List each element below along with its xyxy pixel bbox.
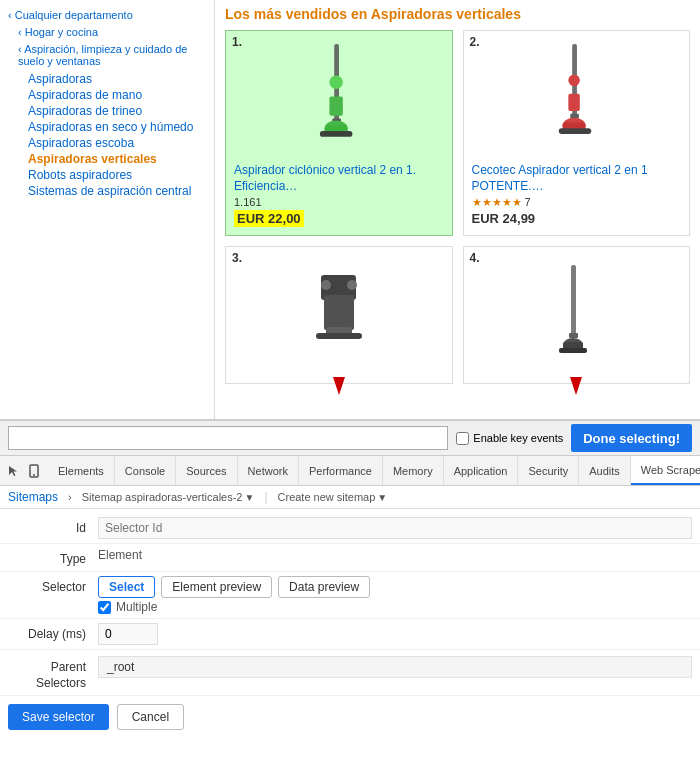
ws-delay-input[interactable] bbox=[98, 623, 158, 645]
product-card-1[interactable]: 1. Aspirador ciclónico vertical 2 en 1. … bbox=[225, 30, 453, 236]
selector-bar: Enable key events Done selecting! bbox=[0, 420, 700, 456]
enable-key-events-checkbox[interactable] bbox=[456, 432, 469, 445]
tab-memory[interactable]: Memory bbox=[383, 456, 444, 485]
ws-multiple-row: Multiple bbox=[98, 600, 692, 614]
svg-point-12 bbox=[569, 75, 580, 86]
product-reviews-2: ★★★★★ 7 bbox=[472, 196, 682, 209]
done-selecting-button[interactable]: Done selecting! bbox=[571, 424, 692, 452]
sidebar-item-trineo[interactable]: Aspiradoras de trineo bbox=[8, 103, 206, 119]
tab-security[interactable]: Security bbox=[518, 456, 579, 485]
svg-rect-11 bbox=[559, 128, 592, 134]
sidebar-item-mano[interactable]: Aspiradoras de mano bbox=[8, 87, 206, 103]
product-number-1: 1. bbox=[232, 35, 242, 49]
tab-audits[interactable]: Audits bbox=[579, 456, 631, 485]
sidebar-item-verticales[interactable]: Aspiradoras verticales bbox=[8, 151, 206, 167]
ws-select-button[interactable]: Select bbox=[98, 576, 155, 598]
svg-point-28 bbox=[33, 474, 35, 476]
ws-save-selector-button[interactable]: Save selector bbox=[8, 704, 109, 730]
tab-sources[interactable]: Sources bbox=[176, 456, 237, 485]
cursor-icon[interactable] bbox=[6, 463, 22, 479]
product-area: Los más vendidos en Aspiradoras vertical… bbox=[215, 0, 700, 419]
ws-form-row-parent: ParentSelectors _root bbox=[0, 650, 700, 696]
svg-point-18 bbox=[321, 280, 331, 290]
sidebar-item-aspiradoras[interactable]: Aspiradoras bbox=[8, 71, 206, 87]
product-image-1 bbox=[234, 39, 444, 159]
product-price-2: EUR 24,99 bbox=[472, 211, 682, 226]
breadcrumb-home[interactable]: Hogar y cocina bbox=[8, 25, 206, 39]
selector-input[interactable] bbox=[8, 426, 448, 450]
svg-rect-15 bbox=[324, 295, 354, 330]
ws-type-label: Type bbox=[8, 548, 98, 566]
enable-key-events-label: Enable key events bbox=[456, 432, 563, 445]
ws-sitemaps-link[interactable]: Sitemaps bbox=[8, 490, 58, 504]
product-number-4: 4. bbox=[470, 251, 480, 265]
product-card-2[interactable]: 2. Cecotec Aspirador vertical 2 en 1 POT… bbox=[463, 30, 691, 236]
svg-marker-26 bbox=[570, 377, 582, 395]
product-reviews-1: 1.161 bbox=[234, 196, 444, 208]
product-image-4 bbox=[472, 255, 682, 375]
ws-action-buttons: Save selector Cancel bbox=[0, 696, 700, 738]
devtools-tabs: Elements Console Sources Network Perform… bbox=[0, 456, 700, 486]
ws-form-row-selector: Selector Select Element preview Data pre… bbox=[0, 572, 700, 619]
sidebar-item-escoba[interactable]: Aspiradoras escoba bbox=[8, 135, 206, 151]
ws-delay-label: Delay (ms) bbox=[8, 623, 98, 641]
sidebar-item-seco[interactable]: Aspiradoras en seco y húmedo bbox=[8, 119, 206, 135]
ws-parent-label: ParentSelectors bbox=[8, 656, 98, 691]
svg-marker-20 bbox=[333, 377, 345, 395]
ws-sitemap-dropdown[interactable]: Sitemap aspiradoras-verticales-2 ▼ bbox=[82, 491, 255, 503]
svg-rect-25 bbox=[559, 348, 587, 353]
ws-cancel-button[interactable]: Cancel bbox=[117, 704, 184, 730]
ws-form-row-id: Id bbox=[0, 513, 700, 544]
product-name-1[interactable]: Aspirador ciclónico vertical 2 en 1. Efi… bbox=[234, 163, 444, 194]
ws-selector-label: Selector bbox=[8, 576, 98, 594]
ws-form-row-type: Type Element bbox=[0, 544, 700, 572]
product-stars-2: ★★★★★ bbox=[472, 196, 522, 208]
svg-rect-4 bbox=[320, 131, 353, 137]
product-image-2 bbox=[472, 39, 682, 159]
product-grid: 1. Aspirador ciclónico vertical 2 en 1. … bbox=[225, 30, 690, 384]
product-card-4[interactable]: 4. bbox=[463, 246, 691, 384]
product-number-3: 3. bbox=[232, 251, 242, 265]
product-image-3 bbox=[234, 255, 444, 375]
ws-multiple-checkbox[interactable] bbox=[98, 601, 111, 614]
ws-multiple-label: Multiple bbox=[116, 600, 157, 614]
svg-rect-17 bbox=[316, 333, 362, 339]
ws-selector-buttons: Select Element preview Data preview bbox=[98, 576, 692, 598]
ws-form-row-delay: Delay (ms) bbox=[0, 619, 700, 650]
devtools-icons bbox=[0, 456, 48, 485]
tab-elements[interactable]: Elements bbox=[48, 456, 115, 485]
svg-point-5 bbox=[329, 76, 342, 89]
webscraper-panel: Sitemaps › Sitemap aspiradoras-verticale… bbox=[0, 486, 700, 770]
tab-console[interactable]: Console bbox=[115, 456, 176, 485]
breadcrumb-dept[interactable]: Cualquier departamento bbox=[8, 8, 206, 22]
phone-icon[interactable] bbox=[26, 463, 42, 479]
tab-network[interactable]: Network bbox=[238, 456, 299, 485]
ws-type-value: Element bbox=[98, 548, 692, 562]
product-number-2: 2. bbox=[470, 35, 480, 49]
ws-id-input[interactable] bbox=[98, 517, 692, 539]
breadcrumb-aspiracion[interactable]: Aspiración, limpieza y cuidado de suelo … bbox=[8, 42, 206, 68]
product-name-2[interactable]: Cecotec Aspirador vertical 2 en 1 POTENT… bbox=[472, 163, 682, 194]
sidebar-item-central[interactable]: Sistemas de aspiración central bbox=[8, 183, 206, 199]
page-title: Los más vendidos en Aspiradoras vertical… bbox=[225, 6, 690, 22]
ws-parent-value: _root bbox=[98, 656, 692, 678]
svg-rect-21 bbox=[571, 265, 576, 335]
tab-performance[interactable]: Performance bbox=[299, 456, 383, 485]
ws-form: Id Type Element Selector Select Element … bbox=[0, 509, 700, 742]
svg-rect-13 bbox=[569, 94, 580, 111]
svg-rect-6 bbox=[329, 97, 342, 116]
ws-id-label: Id bbox=[8, 517, 98, 535]
ws-element-preview-button[interactable]: Element preview bbox=[161, 576, 272, 598]
sidebar-item-robots[interactable]: Robots aspiradores bbox=[8, 167, 206, 183]
ws-data-preview-button[interactable]: Data preview bbox=[278, 576, 370, 598]
product-price-1: EUR 22,00 bbox=[234, 210, 304, 227]
ws-create-sitemap-dropdown[interactable]: Create new sitemap ▼ bbox=[278, 491, 388, 503]
ws-toolbar: Sitemaps › Sitemap aspiradoras-verticale… bbox=[0, 486, 700, 509]
tab-application[interactable]: Application bbox=[444, 456, 519, 485]
product-card-3[interactable]: 3. bbox=[225, 246, 453, 384]
svg-rect-22 bbox=[569, 333, 578, 338]
sidebar: Cualquier departamento Hogar y cocina As… bbox=[0, 0, 215, 419]
svg-point-19 bbox=[347, 280, 357, 290]
tab-webscraper[interactable]: Web Scraper bbox=[631, 456, 700, 485]
